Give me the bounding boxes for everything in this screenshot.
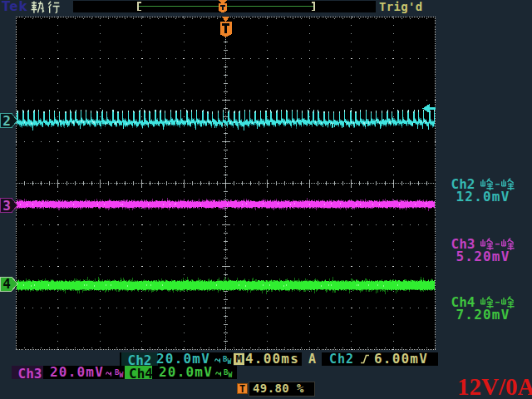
ch3-scale-value: 20.0mV — [50, 366, 104, 379]
ch2-badge: Ch2 — [121, 352, 158, 366]
ch2-bandwidth-limit-icon: BW — [223, 355, 231, 366]
channel-4-position-marker: 4 — [1, 276, 18, 292]
timebase-m-badge: M — [234, 353, 244, 365]
ch3-ac-coupling-icon — [106, 368, 112, 377]
run-status-text — [30, 0, 62, 14]
ch4-ac-coupling-icon — [215, 368, 222, 377]
trigger-holdoff-t-icon: T — [237, 383, 248, 394]
oscilloscope-screen: 2 3 4 Tek Trig'd Ch2 20.0mV BW M 4.00ms … — [0, 0, 532, 399]
psu-reading-overlay: 12V/0A — [457, 376, 532, 398]
svg-text:3: 3 — [2, 198, 11, 214]
tek-logo: Tek — [2, 0, 27, 13]
measurement-ch3-value: 5.20mV — [439, 250, 527, 264]
rising-edge-icon — [360, 354, 371, 364]
graticule-grid — [16, 17, 436, 351]
ch3-scale-readout-box: 20.0mV BW — [43, 366, 125, 379]
timebase-value: 4.00ms — [245, 352, 299, 366]
ch4-scale-readout-box: 20.0mV BW — [152, 366, 237, 379]
trigger-position-flag-small — [219, 0, 228, 13]
measurement-ch3-peak-to-peak: Ch3 5.20mV — [439, 237, 527, 264]
ch2-ac-coupling-icon — [214, 355, 221, 364]
trigger-position-value: 49.80 % — [253, 382, 304, 395]
trigger-level-value: 6.00mV — [374, 352, 428, 366]
timebase-readout-box: 4.00ms — [244, 352, 302, 366]
ch3-bandwidth-limit-icon: BW — [115, 368, 123, 379]
channel-2-position-marker: 2 — [1, 113, 18, 129]
trigger-readout-box: Ch2 6.00mV — [322, 352, 438, 366]
measurement-ch4-value: 7.20mV — [439, 308, 527, 322]
ch4-bandwidth-limit-icon: BW — [224, 368, 232, 379]
svg-text:2: 2 — [2, 113, 11, 129]
trigger-status: Trig'd — [379, 0, 422, 13]
trigger-mode-label: A — [308, 352, 317, 366]
trigger-position-marker — [220, 17, 232, 37]
trigger-position-box: 49.80 % — [249, 382, 315, 397]
svg-text:4: 4 — [2, 276, 11, 292]
channel-3-position-marker: 3 — [1, 198, 18, 214]
measurement-ch2-value: 12.0mV — [439, 190, 527, 204]
measurement-ch2-peak-to-peak: Ch2 12.0mV — [439, 177, 527, 204]
record-view — [138, 0, 314, 13]
trigger-level-arrow — [422, 104, 436, 113]
ch4-scale-value: 20.0mV — [159, 366, 213, 379]
trigger-source: Ch2 — [329, 352, 354, 366]
measurement-ch4-peak-to-peak: Ch4 7.20mV — [439, 295, 527, 322]
